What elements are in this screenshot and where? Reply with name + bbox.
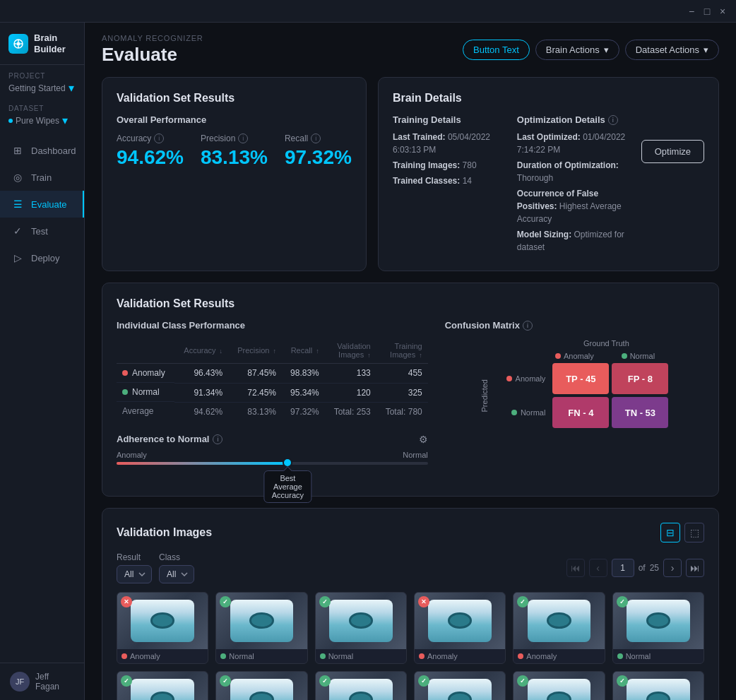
cm-tn-cell: TN - 53 xyxy=(612,397,668,428)
image-label: Anomaly xyxy=(117,649,208,663)
list-item[interactable]: ✕ Anomaly xyxy=(414,592,506,664)
status-icon: ✓ xyxy=(418,675,429,687)
chevron-down-icon: ▾ xyxy=(704,45,708,55)
page-input[interactable] xyxy=(612,559,634,577)
status-icon: ✓ xyxy=(617,675,628,687)
list-item[interactable]: ✓ Normal xyxy=(513,671,605,701)
col-val-images[interactable]: ValidationImages ↑ xyxy=(325,338,376,364)
grid-view-btn[interactable]: ⊟ xyxy=(660,523,680,542)
class-select[interactable]: All xyxy=(159,565,194,583)
slider-fill xyxy=(117,462,287,465)
prev-page-btn[interactable]: ‹ xyxy=(589,559,607,577)
accuracy-cell: 94.62% xyxy=(174,402,228,421)
image-label: Normal xyxy=(613,649,704,663)
precision-info-icon[interactable]: i xyxy=(238,134,248,143)
accuracy-info-icon[interactable]: i xyxy=(154,134,164,143)
header-actions: Button Text Brain Actions ▾ Dataset Acti… xyxy=(463,40,719,60)
minimize-button[interactable]: − xyxy=(685,5,698,18)
dataset-label: DATASET xyxy=(8,105,76,112)
cm-header-normal: Normal xyxy=(607,352,668,360)
section-two: Individual Class Performance Accuracy ↓ … xyxy=(117,320,704,482)
class-cell: Normal xyxy=(117,383,174,402)
status-icon: ✕ xyxy=(418,596,429,607)
list-item[interactable]: ✓ Normal xyxy=(315,671,407,701)
cm-header-anomaly: Anomaly xyxy=(544,352,605,360)
brand-name: Brain Builder xyxy=(34,32,76,54)
sidebar-item-dashboard[interactable]: ⊞ Dashboard xyxy=(0,137,84,164)
class-filter: Class All xyxy=(159,552,194,583)
list-item[interactable]: ✓ Normal xyxy=(414,671,506,701)
list-item[interactable]: ✓ Normal xyxy=(612,592,704,664)
image-thumbnail: ✕ xyxy=(415,593,505,649)
table-section: Individual Class Performance Accuracy ↓ … xyxy=(117,320,428,482)
status-icon: ✓ xyxy=(121,675,132,687)
image-thumbnail: ✓ xyxy=(216,672,307,701)
list-item[interactable]: ✓ Normal xyxy=(612,671,704,701)
next-page-btn[interactable]: › xyxy=(663,559,682,577)
optimize-button[interactable]: Optimize xyxy=(641,140,704,163)
sidebar-item-test[interactable]: ✓ Test xyxy=(0,218,84,244)
ground-truth-label: Ground Truth xyxy=(583,339,629,348)
adherence-section: Adherence to Normal i ⚙ Anomaly Normal xyxy=(117,434,428,465)
sidebar-item-label: Evaluate xyxy=(31,199,67,210)
list-item[interactable]: ✕ Anomaly xyxy=(117,592,208,664)
list-item[interactable]: ✓ Anomaly xyxy=(215,671,307,701)
result-filter-label: Result xyxy=(117,552,152,562)
train-images-cell: 325 xyxy=(376,383,428,402)
image-thumbnail: ✓ xyxy=(117,672,208,701)
expand-view-btn[interactable]: ⬚ xyxy=(684,523,704,542)
metrics-row: Accuracy i 94.62% Precision i 83.13% xyxy=(117,134,352,169)
sidebar-item-train[interactable]: ◎ Train xyxy=(0,164,84,191)
cm-row-normal: Normal FN - 4 TN - 53 xyxy=(493,397,668,428)
optimization-info-icon[interactable]: i xyxy=(608,115,618,125)
table-row-average: Average 94.62% 83.13% 97.32% Total: 253 … xyxy=(117,402,428,421)
cm-tp-cell: TP - 45 xyxy=(552,363,609,394)
adherence-info-icon[interactable]: i xyxy=(213,434,222,444)
brain-actions-btn[interactable]: Brain Actions ▾ xyxy=(535,40,619,60)
cm-info-icon[interactable]: i xyxy=(523,321,533,331)
list-item[interactable]: ✓ Normal xyxy=(215,592,307,664)
project-expand-icon[interactable]: ▾ xyxy=(69,81,74,95)
train-images-cell: Total: 780 xyxy=(376,402,428,421)
sidebar-item-deploy[interactable]: ▷ Deploy xyxy=(0,244,84,271)
chevron-down-icon: ▾ xyxy=(604,45,609,55)
training-details-title: Training Details xyxy=(393,114,503,125)
last-page-btn[interactable]: ⏭ xyxy=(686,559,704,577)
dataset-actions-btn[interactable]: Dataset Actions ▾ xyxy=(625,40,719,60)
close-button[interactable]: × xyxy=(716,5,729,18)
cm-fp-cell: FP - 8 xyxy=(612,363,668,394)
slider-track: BestAverageAccuracy xyxy=(117,462,428,465)
validation-images-card: Validation Images ⊟ ⬚ Result All xyxy=(102,508,719,701)
test-icon: ✓ xyxy=(11,225,24,237)
col-recall[interactable]: Recall ↑ xyxy=(282,338,325,364)
first-page-btn[interactable]: ⏮ xyxy=(566,559,585,577)
status-icon: ✓ xyxy=(617,596,628,607)
accuracy-cell: 91.34% xyxy=(174,383,228,402)
validation-card-title: Validation Set Results xyxy=(117,92,352,105)
image-thumbnail: ✓ xyxy=(613,672,704,701)
adherence-filter-icon[interactable]: ⚙ xyxy=(419,434,428,445)
col-train-images[interactable]: TrainingImages ↑ xyxy=(376,338,428,364)
col-precision[interactable]: Precision ↑ xyxy=(228,338,282,364)
button-text-btn[interactable]: Button Text xyxy=(463,40,530,60)
list-item[interactable]: ✓ Anomaly xyxy=(513,592,605,664)
status-icon: ✓ xyxy=(319,675,331,687)
deploy-icon: ▷ xyxy=(11,251,24,264)
precision-cell: 83.13% xyxy=(228,402,282,421)
dataset-expand-icon[interactable]: ▾ xyxy=(62,114,68,127)
sidebar-item-label: Test xyxy=(31,226,48,237)
col-accuracy[interactable]: Accuracy ↓ xyxy=(174,338,228,364)
result-select[interactable]: All xyxy=(117,565,152,583)
slider-left-label: Anomaly xyxy=(117,451,147,459)
precision-label: Precision i xyxy=(201,134,268,143)
accuracy-metric: Accuracy i 94.62% xyxy=(117,134,184,169)
maximize-button[interactable]: □ xyxy=(701,5,713,18)
cm-fn-cell: FN - 4 xyxy=(552,397,609,428)
predicted-label: Predicted xyxy=(480,379,489,412)
project-section: PROJECT Getting Started ▾ xyxy=(0,65,84,97)
list-item[interactable]: ✓ Normal xyxy=(117,671,208,701)
sidebar-nav: ⊞ Dashboard ◎ Train ☰ Evaluate ✓ Test ▷ … xyxy=(0,130,84,663)
recall-info-icon[interactable]: i xyxy=(311,134,321,143)
list-item[interactable]: ✓ Normal xyxy=(315,592,407,664)
sidebar-item-evaluate[interactable]: ☰ Evaluate xyxy=(0,191,84,218)
